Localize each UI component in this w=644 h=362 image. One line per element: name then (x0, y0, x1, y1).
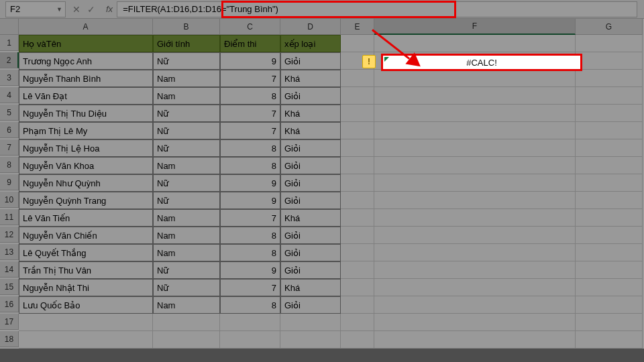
cell-C4[interactable]: 8 (220, 87, 280, 105)
cell-C3[interactable]: 7 (220, 70, 280, 87)
cell-A15[interactable]: Nguyễn Nhật Thi (19, 279, 153, 296)
cell-D18[interactable] (280, 331, 341, 349)
cell-C16[interactable]: 8 (220, 296, 280, 314)
cell-F11[interactable] (374, 209, 576, 227)
cell-E16[interactable] (341, 296, 374, 314)
cell-A17[interactable] (19, 314, 153, 331)
cell-E14[interactable] (341, 261, 374, 279)
cell-F7[interactable] (374, 139, 576, 157)
cell-G5[interactable] (576, 105, 643, 122)
cell-E6[interactable] (341, 122, 374, 139)
cell-G14[interactable] (576, 261, 643, 279)
row-header-7[interactable]: 7 (0, 139, 19, 156)
cancel-icon[interactable]: ✕ (72, 4, 80, 15)
cell-G4[interactable] (576, 87, 643, 105)
cell-A18[interactable] (19, 331, 153, 349)
cell-B4[interactable]: Nam (153, 87, 220, 105)
cell-G3[interactable] (576, 70, 643, 87)
column-header-e[interactable]: E (341, 19, 374, 35)
cell-G9[interactable] (576, 174, 643, 192)
cell-B7[interactable]: Nữ (153, 139, 220, 157)
fx-label[interactable]: fx (106, 4, 113, 14)
cell-A1[interactable]: Họ vàTên (19, 35, 153, 52)
row-header-13[interactable]: 13 (0, 244, 19, 260)
formula-input[interactable]: =FILTER(A1:D16,D1:D16="Trung Bình") (117, 1, 637, 17)
cell-A3[interactable]: Nguyễn Thanh Bình (19, 70, 153, 87)
cell-A9[interactable]: Nguyễn Như Quỳnh (19, 174, 153, 192)
row-header-14[interactable]: 14 (0, 261, 19, 278)
row-header-3[interactable]: 3 (0, 70, 19, 86)
cell-E17[interactable] (341, 314, 374, 331)
cell-D4[interactable]: Giỏi (280, 87, 341, 105)
cell-C8[interactable]: 8 (220, 157, 280, 174)
cell-A4[interactable]: Lê Văn Đạt (19, 87, 153, 105)
cell-E10[interactable] (341, 192, 374, 209)
cell-A11[interactable]: Lê Văn Tiến (19, 209, 153, 227)
row-header-10[interactable]: 10 (0, 192, 19, 208)
cell-B18[interactable] (153, 331, 220, 349)
cell-G1[interactable] (576, 35, 643, 52)
cell-E9[interactable] (341, 174, 374, 192)
cell-F17[interactable] (374, 314, 576, 331)
cell-E4[interactable] (341, 87, 374, 105)
cell-E7[interactable] (341, 139, 374, 157)
cell-D5[interactable]: Khá (280, 105, 341, 122)
cell-D13[interactable]: Giỏi (280, 244, 341, 261)
cell-A14[interactable]: Trần Thị Thu Vân (19, 261, 153, 279)
cell-B10[interactable]: Nữ (153, 192, 220, 209)
cell-G8[interactable] (576, 157, 643, 174)
cell-D3[interactable]: Khá (280, 70, 341, 87)
row-header-6[interactable]: 6 (0, 122, 19, 138)
cell-F15[interactable] (374, 279, 576, 296)
cell-A7[interactable]: Nguyễn Thị Lệ Hoa (19, 139, 153, 157)
cell-G12[interactable] (576, 227, 643, 244)
cell-F18[interactable] (374, 331, 576, 349)
cell-D12[interactable]: Giỏi (280, 227, 341, 244)
cell-F10[interactable] (374, 192, 576, 209)
column-header-d[interactable]: D (280, 19, 341, 35)
cell-G6[interactable] (576, 122, 643, 139)
row-header-12[interactable]: 12 (0, 227, 19, 243)
column-header-b[interactable]: B (153, 19, 220, 35)
cell-C1[interactable]: Điểm thi (220, 35, 280, 52)
cell-F1[interactable] (374, 35, 576, 52)
row-header-1[interactable]: 1 (0, 35, 19, 51)
cell-D11[interactable]: Khá (280, 209, 341, 227)
cell-B16[interactable]: Nam (153, 296, 220, 314)
cell-B2[interactable]: Nữ (153, 52, 220, 70)
cell-E5[interactable] (341, 105, 374, 122)
cell-F16[interactable] (374, 296, 576, 314)
cell-C7[interactable]: 8 (220, 139, 280, 157)
cell-E11[interactable] (341, 209, 374, 227)
cell-G11[interactable] (576, 209, 643, 227)
row-header-18[interactable]: 18 (0, 331, 19, 347)
cell-D8[interactable]: Giỏi (280, 157, 341, 174)
cell-B13[interactable]: Nam (153, 244, 220, 261)
column-header-c[interactable]: C (220, 19, 280, 35)
cell-A12[interactable]: Nguyễn Văn Chiến (19, 227, 153, 244)
cell-C6[interactable]: 7 (220, 122, 280, 139)
cell-C10[interactable]: 9 (220, 192, 280, 209)
cell-A16[interactable]: Lưu Quốc Bảo (19, 296, 153, 314)
cell-B14[interactable]: Nữ (153, 261, 220, 279)
cell-B11[interactable]: Nam (153, 209, 220, 227)
cell-D7[interactable]: Giỏi (280, 139, 341, 157)
cell-C5[interactable]: 7 (220, 105, 280, 122)
cell-D16[interactable]: Giỏi (280, 296, 341, 314)
cell-B17[interactable] (153, 314, 220, 331)
dropdown-icon[interactable]: ▼ (56, 6, 62, 13)
cell-A6[interactable]: Phạm Thị Lê My (19, 122, 153, 139)
cell-E18[interactable] (341, 331, 374, 349)
cell-A2[interactable]: Trương Ngọc Anh (19, 52, 153, 70)
cell-G13[interactable] (576, 244, 643, 261)
cell-B15[interactable]: Nữ (153, 279, 220, 296)
cell-E1[interactable] (341, 35, 374, 52)
selected-cell-f2[interactable]: #CALC! (381, 54, 582, 71)
cell-D1[interactable]: xếp loại (280, 35, 341, 52)
cell-B8[interactable]: Nam (153, 157, 220, 174)
cell-D9[interactable]: Giỏi (280, 174, 341, 192)
cell-F6[interactable] (374, 122, 576, 139)
cell-F5[interactable] (374, 105, 576, 122)
name-box[interactable]: F2 ▼ (5, 1, 66, 17)
cell-B1[interactable]: Giới tính (153, 35, 220, 52)
